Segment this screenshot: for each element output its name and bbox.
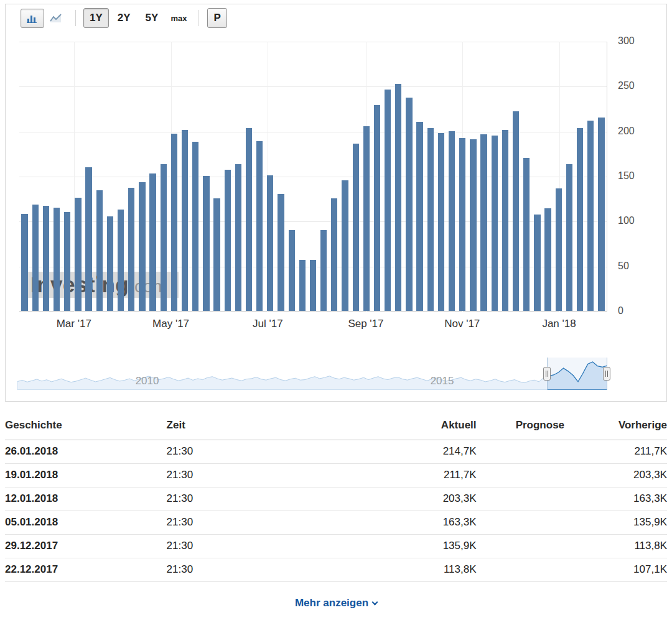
bar[interactable] bbox=[96, 190, 103, 311]
show-more-label: Mehr anzeigen bbox=[295, 597, 368, 609]
bar[interactable] bbox=[395, 84, 401, 311]
bar[interactable] bbox=[416, 122, 422, 311]
y-axis-label: 300 bbox=[618, 35, 635, 47]
bar[interactable] bbox=[385, 90, 391, 311]
h-gridline bbox=[19, 42, 607, 42]
bar[interactable] bbox=[54, 208, 60, 311]
bar[interactable] bbox=[513, 111, 519, 311]
range-button-2Y[interactable]: 2Y bbox=[111, 8, 137, 28]
bar[interactable] bbox=[203, 176, 209, 311]
bar[interactable] bbox=[310, 260, 316, 311]
bar[interactable] bbox=[256, 141, 263, 311]
cell-previous: 135,9K bbox=[564, 511, 667, 535]
bar[interactable] bbox=[182, 130, 188, 311]
bar[interactable] bbox=[299, 260, 306, 311]
y-axis-label: 0 bbox=[618, 305, 623, 316]
chart-widget: 1Y2Y5Ymax P Investing.com 05010015020025… bbox=[5, 4, 667, 402]
bar[interactable] bbox=[139, 182, 145, 311]
bar[interactable] bbox=[406, 98, 412, 311]
bar[interactable] bbox=[449, 131, 455, 311]
bar[interactable] bbox=[267, 175, 273, 311]
bar[interactable] bbox=[32, 205, 39, 311]
y-axis-label: 150 bbox=[618, 170, 635, 182]
show-more-link[interactable]: Mehr anzeigen bbox=[295, 597, 377, 609]
bar[interactable] bbox=[85, 167, 91, 311]
table-row: 19.01.201821:30211,7K203,3K bbox=[5, 464, 667, 487]
cell-previous: 211,7K bbox=[564, 440, 667, 464]
y-axis-label: 200 bbox=[618, 126, 635, 137]
bar[interactable] bbox=[353, 144, 359, 311]
bar[interactable] bbox=[289, 230, 295, 311]
bar[interactable] bbox=[427, 128, 434, 311]
line-chart-type-button[interactable] bbox=[44, 9, 68, 28]
bar[interactable] bbox=[320, 230, 327, 311]
bar[interactable] bbox=[128, 188, 134, 311]
h-gridline bbox=[19, 311, 607, 312]
navigator-handle-left[interactable] bbox=[543, 367, 551, 381]
navigator-window[interactable] bbox=[547, 358, 607, 390]
range-button-1Y[interactable]: 1Y bbox=[83, 8, 109, 28]
navigator-year-label: 2010 bbox=[136, 375, 159, 387]
bar[interactable] bbox=[577, 128, 583, 311]
cell-time: 21:30 bbox=[167, 535, 353, 558]
bar[interactable] bbox=[213, 198, 220, 311]
h-gridline bbox=[19, 86, 607, 87]
bar[interactable] bbox=[64, 212, 70, 311]
bar[interactable] bbox=[480, 134, 487, 311]
bar[interactable] bbox=[75, 198, 81, 311]
bar[interactable] bbox=[492, 136, 498, 311]
history-table-head-row: GeschichteZeitAktuellPrognoseVorherige bbox=[5, 412, 667, 440]
navigator-svg[interactable] bbox=[17, 358, 607, 390]
bar[interactable] bbox=[118, 210, 124, 311]
bar[interactable] bbox=[587, 121, 594, 311]
bar[interactable] bbox=[225, 170, 231, 311]
y-axis-label: 100 bbox=[618, 215, 635, 226]
bar[interactable] bbox=[107, 216, 113, 311]
history-table: GeschichteZeitAktuellPrognoseVorherige 2… bbox=[5, 412, 667, 582]
navigator[interactable]: 20102015 bbox=[17, 358, 607, 390]
bar[interactable] bbox=[192, 142, 198, 311]
bar[interactable] bbox=[246, 128, 252, 311]
bar[interactable] bbox=[470, 139, 476, 311]
range-button-max[interactable]: max bbox=[167, 10, 190, 27]
bar[interactable] bbox=[598, 118, 604, 311]
bar[interactable] bbox=[544, 208, 551, 311]
x-axis-label: Jan '18 bbox=[542, 318, 576, 330]
compare-button[interactable]: P bbox=[207, 8, 226, 28]
cell-forecast bbox=[477, 558, 565, 582]
bar[interactable] bbox=[438, 133, 444, 311]
cell-date: 26.01.2018 bbox=[5, 440, 167, 464]
table-row: 22.12.201721:30113,8K107,1K bbox=[5, 558, 667, 582]
bar[interactable] bbox=[43, 206, 49, 311]
bar[interactable] bbox=[21, 214, 27, 311]
line-chart-icon bbox=[50, 13, 62, 23]
bar[interactable] bbox=[342, 180, 348, 311]
bar-chart-type-button[interactable] bbox=[21, 9, 44, 28]
watermark-text: ng bbox=[101, 272, 129, 297]
bar[interactable] bbox=[171, 134, 177, 311]
bar[interactable] bbox=[161, 164, 167, 311]
bar[interactable] bbox=[363, 126, 370, 311]
cell-date: 12.01.2018 bbox=[5, 487, 167, 511]
bar[interactable] bbox=[534, 215, 540, 311]
cell-previous: 107,1K bbox=[564, 558, 667, 582]
table-row: 29.12.201721:30135,9K113,8K bbox=[5, 535, 667, 558]
cell-actual: 214,7K bbox=[353, 440, 477, 464]
cell-previous: 203,3K bbox=[564, 464, 667, 487]
bar[interactable] bbox=[523, 158, 530, 311]
bar[interactable] bbox=[331, 198, 337, 311]
cell-previous: 113,8K bbox=[564, 535, 667, 558]
range-button-5Y[interactable]: 5Y bbox=[139, 8, 165, 28]
cell-time: 21:30 bbox=[167, 487, 353, 511]
y-axis-label: 250 bbox=[618, 80, 635, 91]
bar[interactable] bbox=[235, 164, 241, 311]
bar[interactable] bbox=[149, 173, 156, 311]
navigator-handle-right[interactable] bbox=[603, 367, 610, 381]
bar[interactable] bbox=[459, 138, 465, 311]
cell-forecast bbox=[477, 464, 565, 487]
bar[interactable] bbox=[566, 164, 572, 311]
bar[interactable] bbox=[502, 130, 508, 311]
bar[interactable] bbox=[374, 105, 380, 311]
bar[interactable] bbox=[278, 194, 284, 311]
bar[interactable] bbox=[556, 188, 562, 311]
